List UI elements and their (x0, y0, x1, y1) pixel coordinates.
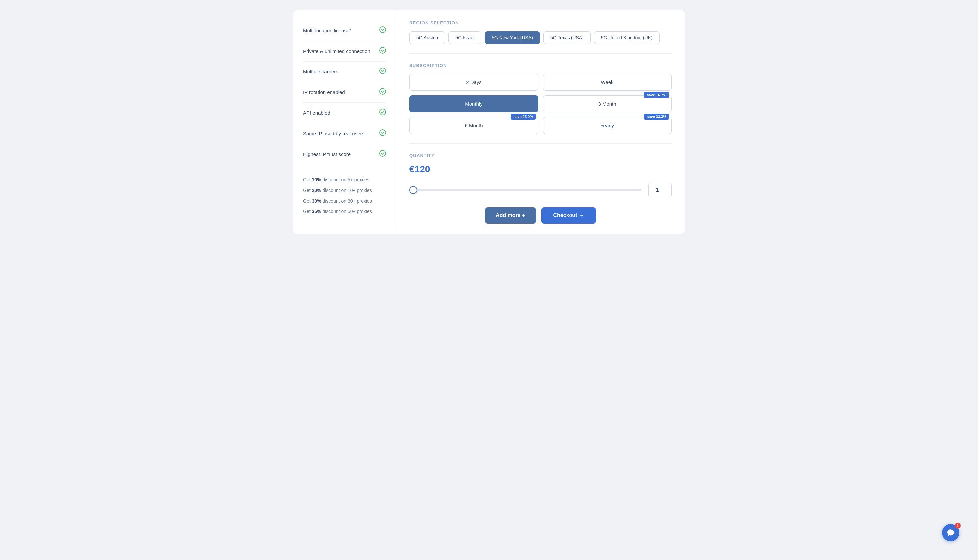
sub-wrap-6month: save 25.0%6 Month (409, 117, 538, 134)
check-icon-multiple-carriers (379, 68, 386, 76)
feature-label-multiple-carriers: Multiple carriers (303, 69, 338, 75)
check-svg-multiple-carriers (379, 68, 386, 74)
check-icon-ip-rotation (379, 88, 386, 97)
subscription-grid: 2 DaysWeekMonthlysave 16.7%3 Monthsave 2… (409, 74, 672, 134)
feature-multi-location: Multi-location license* (303, 20, 386, 41)
quantity-title: QUANTITY (409, 153, 672, 158)
discount-row-d3: Get 30% discount on 30+ proxies (303, 195, 386, 206)
svg-point-0 (380, 27, 386, 33)
sub-wrap-3month: save 16.7%3 Month (543, 95, 672, 112)
quantity-slider[interactable] (409, 189, 642, 190)
chat-badge: 1 (955, 523, 961, 529)
chat-icon (947, 529, 955, 537)
region-btn-uk[interactable]: 5G United Kingdom (UK) (594, 31, 660, 44)
discount-pct-d3: 30% (312, 198, 321, 203)
feature-label-multi-location: Multi-location license* (303, 28, 351, 33)
check-svg-private-unlimited (379, 47, 386, 53)
discount-pct-d4: 35% (312, 209, 321, 214)
subscription-section: SUBSCRIPTION 2 DaysWeekMonthlysave 16.7%… (409, 63, 672, 134)
svg-point-4 (380, 109, 386, 115)
checkout-button[interactable]: Checkout → (541, 207, 596, 224)
discount-row-d4: Get 35% discount on 50+ proxies (303, 206, 386, 217)
region-btn-texas[interactable]: 5G Texas (USA) (543, 31, 591, 44)
check-icon-multi-location (379, 26, 386, 35)
sub-btn-week[interactable]: Week (543, 74, 672, 91)
sub-wrap-yearly: save 33.3%Yearly (543, 117, 672, 134)
quantity-section: QUANTITY €120 (409, 153, 672, 197)
chat-widget[interactable]: 1 (942, 524, 960, 542)
svg-point-1 (380, 47, 386, 53)
action-row: Add more + Checkout → (409, 207, 672, 224)
region-grid: 5G Austria5G Israel5G New York (USA)5G T… (409, 31, 672, 44)
check-svg-api-enabled (379, 109, 386, 115)
region-btn-austria[interactable]: 5G Austria (409, 31, 445, 44)
quantity-input[interactable] (648, 183, 672, 197)
feature-label-private-unlimited: Private & unlimited connection (303, 48, 370, 54)
svg-point-3 (380, 88, 386, 95)
feature-private-unlimited: Private & unlimited connection (303, 41, 386, 62)
divider-2 (409, 143, 672, 144)
region-title: REGION SELECTION (409, 20, 672, 25)
feature-label-highest-trust: Highest IP trust score (303, 151, 350, 157)
feature-api-enabled: API enabled (303, 103, 386, 123)
check-svg-highest-trust (379, 150, 386, 157)
check-icon-same-ip (379, 129, 386, 138)
feature-label-ip-rotation: IP rotation enabled (303, 90, 345, 95)
region-section: REGION SELECTION 5G Austria5G Israel5G N… (409, 20, 672, 44)
discount-section: Get 10% discount on 5+ proxiesGet 20% di… (303, 171, 386, 217)
sub-wrap-monthly: Monthly (409, 95, 538, 112)
feature-label-same-ip: Same IP used by real users (303, 131, 364, 136)
divider-1 (409, 53, 672, 53)
feature-highest-trust: Highest IP trust score (303, 144, 386, 164)
check-icon-api-enabled (379, 109, 386, 117)
check-svg-same-ip (379, 129, 386, 136)
left-panel: Multi-location license* Private & unlimi… (293, 10, 396, 234)
svg-point-6 (380, 150, 386, 156)
discount-pct-d1: 10% (312, 177, 321, 182)
svg-point-2 (380, 68, 386, 74)
page-wrapper: Multi-location license* Private & unlimi… (293, 10, 685, 234)
feature-same-ip: Same IP used by real users (303, 123, 386, 144)
region-btn-new-york[interactable]: 5G New York (USA) (485, 31, 540, 44)
features-list: Multi-location license* Private & unlimi… (303, 20, 386, 164)
region-btn-israel[interactable]: 5G Israel (449, 31, 481, 44)
discounts-list: Get 10% discount on 5+ proxiesGet 20% di… (303, 174, 386, 217)
sub-btn-monthly[interactable]: Monthly (409, 95, 538, 112)
sub-wrap-2days: 2 Days (409, 74, 538, 91)
slider-row (409, 183, 672, 197)
add-more-button[interactable]: Add more + (485, 207, 536, 224)
discount-row-d1: Get 10% discount on 5+ proxies (303, 174, 386, 185)
feature-ip-rotation: IP rotation enabled (303, 82, 386, 103)
sub-btn-2days[interactable]: 2 Days (409, 74, 538, 91)
quantity-price: €120 (409, 164, 672, 175)
subscription-title: SUBSCRIPTION (409, 63, 672, 68)
save-badge-6month: save 25.0% (511, 114, 536, 120)
sub-wrap-week: Week (543, 74, 672, 91)
feature-label-api-enabled: API enabled (303, 110, 330, 116)
check-svg-ip-rotation (379, 88, 386, 95)
right-panel: REGION SELECTION 5G Austria5G Israel5G N… (396, 10, 685, 234)
svg-point-5 (380, 130, 386, 136)
chat-widget-wrap: 1 (951, 533, 969, 551)
save-badge-3month: save 16.7% (644, 92, 669, 98)
discount-pct-d2: 20% (312, 188, 321, 193)
feature-multiple-carriers: Multiple carriers (303, 62, 386, 82)
check-svg-multi-location (379, 26, 386, 33)
discount-row-d2: Get 20% discount on 10+ proxies (303, 185, 386, 195)
check-icon-private-unlimited (379, 47, 386, 55)
save-badge-yearly: save 33.3% (644, 114, 669, 120)
check-icon-highest-trust (379, 150, 386, 158)
